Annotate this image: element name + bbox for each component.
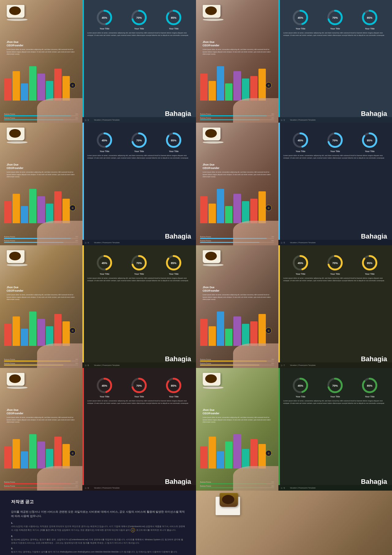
donut-chart: 70%: [130, 377, 148, 394]
chart-bar: [225, 206, 232, 223]
brown-bg-panel: [196, 491, 392, 555]
donut-2: 70% Your Title: [130, 254, 148, 275]
donut-1-label: Your Title: [100, 28, 110, 30]
slide-main-title: Bahagia: [87, 230, 191, 240]
donut-chart: 45%: [292, 131, 309, 149]
chart-bar: [209, 326, 216, 346]
footer-label: Vacation | Powerpoint Template: [290, 364, 316, 366]
donut-2-label: Your Title: [134, 273, 144, 275]
chart-bar: [250, 321, 258, 346]
slide-number: 1 / 2: [85, 119, 89, 121]
chart-bar: [209, 204, 216, 223]
chart-bar: [217, 66, 224, 101]
section-text: 서비스(강의) 이용 사용에서는 저작권은 강의에 귀속되어 있으며 무단으로 …: [11, 525, 185, 532]
slide-footer: 1 / 2 Vacation | Powerpoint Template: [82, 117, 196, 123]
chart-bar: [258, 191, 266, 223]
donut-2-label: Your Title: [134, 150, 144, 152]
coffee-liquid: [205, 252, 217, 260]
content-panel: 45% Your Title 70% Your Title 85% Your T…: [278, 245, 392, 368]
donut-2: 70% Your Title: [326, 9, 344, 30]
donut-chart: 45%: [96, 9, 113, 26]
donut-1-label: Your Title: [100, 396, 110, 398]
svg-text:45%: 45%: [102, 384, 107, 387]
donuts-row: 45% Your Title 70% Your Title 85% Your T…: [87, 377, 191, 398]
photo-bg: Jhon DueCEO/Founder Lorem ipsum dolor si…: [196, 0, 278, 123]
chart-bar: [233, 434, 241, 469]
donut-chart: 70%: [326, 9, 344, 26]
coffee-area: [203, 373, 221, 388]
saucer: [7, 386, 28, 389]
slide-3: Jhon DueCEO/Founder Lorem ipsum dolor si…: [0, 123, 196, 245]
logo-badge: C: [70, 82, 76, 88]
slide-6: Jhon DueCEO/Founder Lorem ipsum dolor si…: [196, 245, 392, 368]
donut-1: 45% Your Title: [96, 131, 113, 152]
chart-bar: [54, 69, 62, 101]
hand-decoration: [233, 98, 278, 123]
chart-bar: [4, 324, 11, 346]
content-body-text: Lorem ipsum dolor sit amet, consectetur …: [283, 154, 387, 159]
chart-bar: [242, 449, 249, 469]
donut-3: 85% Your Title: [361, 131, 379, 152]
svg-text:45%: 45%: [298, 262, 303, 265]
svg-text:85%: 85%: [171, 384, 176, 387]
hand-decoration: [233, 343, 278, 368]
photo-panel: Jhon DueCEO/Founder Lorem ipsum dolor si…: [196, 245, 278, 368]
coffee-liquid: [205, 6, 217, 15]
chart-bar: [217, 312, 224, 346]
svg-text:45%: 45%: [102, 139, 107, 142]
chart-bar: [29, 312, 36, 346]
profile-name: Jhon DueCEO/Founder: [203, 163, 274, 170]
chart-bar: [13, 316, 20, 346]
footer-label: Vacation | Powerpoint Template: [94, 487, 120, 489]
accent-bar: [278, 0, 280, 123]
svg-text:70%: 70%: [332, 262, 338, 265]
donut-2: 70% Your Title: [130, 131, 148, 152]
chart-bar: [258, 69, 266, 101]
svg-text:70%: 70%: [332, 139, 338, 142]
slide-number: 1 / 6: [85, 364, 89, 366]
donut-chart: 45%: [96, 377, 113, 394]
notice-intro: 강의를 제공된 신청서나 이번 서비스와 관련된 모든 파일자료는 사비로봐 데…: [11, 510, 185, 519]
donut-3: 85% Your Title: [165, 9, 183, 30]
svg-text:85%: 85%: [367, 384, 372, 387]
logo-badge: C: [70, 450, 76, 456]
chart-bar: [54, 191, 62, 223]
section-text: 링크가 아닌 경우에는 기업에서 상이를 받아 여기서 #hello@yahoo…: [11, 550, 185, 553]
donut-3-label: Your Title: [169, 273, 179, 275]
slide-number: 1 / 4: [85, 242, 89, 244]
donut-3: 85% Your Title: [361, 9, 379, 30]
coffee-liquid: [9, 129, 21, 138]
photo-bg: Jhon DueCEO/Founder Lorem ipsum dolor si…: [0, 0, 82, 123]
donut-chart: 85%: [165, 131, 183, 149]
chart-bar: [4, 201, 11, 223]
content-panel: 45% Your Title 70% Your Title 85% Your T…: [82, 368, 196, 491]
svg-text:70%: 70%: [136, 139, 142, 142]
logo-badge: C: [266, 82, 272, 88]
donut-1: 45% Your Title: [292, 377, 309, 398]
slide-footer: 1 / 4 Vacation | Powerpoint Template: [82, 240, 196, 245]
donut-3-label: Your Title: [169, 150, 179, 152]
logo-badge: C: [70, 205, 76, 211]
chart-bar: [4, 446, 11, 469]
coffee-area: [7, 128, 25, 143]
chart-bar: [13, 71, 20, 101]
logo-badge: C: [266, 205, 272, 211]
svg-text:70%: 70%: [332, 16, 338, 19]
slide-inner: Jhon DueCEO/Founder Lorem ipsum dolor si…: [196, 123, 392, 245]
slide-inner: Jhon DueCEO/Founder Lorem ipsum dolor si…: [0, 368, 196, 491]
coffee-liquid: [9, 374, 21, 383]
hand-decoration: [37, 221, 82, 245]
slide-main-title: Bahagia: [283, 107, 387, 118]
accent-bar: [82, 368, 84, 491]
chart-bar: [46, 204, 53, 223]
chart-bar: [29, 434, 36, 469]
donut-chart: 70%: [130, 131, 148, 149]
footer-label: Vacation | Powerpoint Template: [290, 242, 316, 243]
chart-bar: [225, 442, 232, 469]
chart-bar: [21, 451, 28, 469]
svg-text:45%: 45%: [102, 16, 107, 19]
chart-bar: [37, 319, 45, 346]
chart-bar: [250, 199, 258, 223]
photo-panel: Jhon DueCEO/Founder Lorem ipsum dolor si…: [0, 245, 82, 368]
coffee-liquid: [9, 6, 21, 15]
